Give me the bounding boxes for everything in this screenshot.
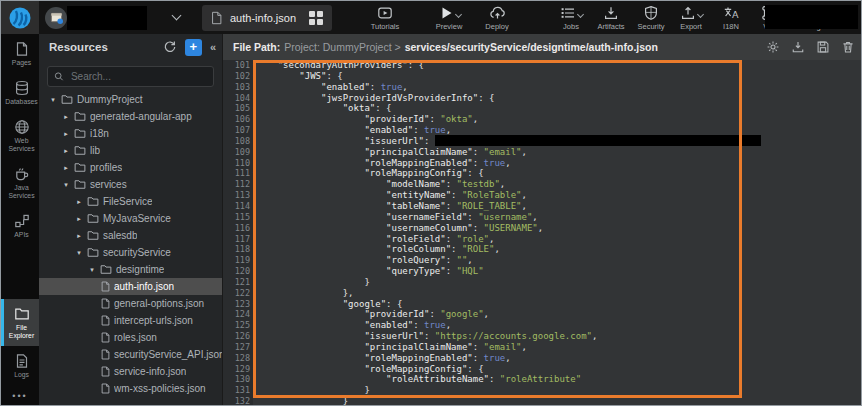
chevron-down-icon[interactable] — [454, 10, 461, 17]
rail-more-button[interactable]: ••• — [1, 385, 39, 406]
fold-marker-icon[interactable]: ▾ — [252, 93, 256, 104]
code-line-128[interactable]: 128 "roleMappingEnabled": true, — [223, 353, 862, 364]
code-line-105[interactable]: 105▾ "okta": { — [223, 103, 862, 114]
tree-file-intercept-urls.json[interactable]: intercept-urls.json — [39, 312, 222, 329]
caret-expanded-icon[interactable]: ▾ — [75, 249, 83, 257]
preview-button[interactable]: Preview — [432, 5, 466, 31]
tree-folder-profiles[interactable]: ▸profiles — [39, 159, 222, 176]
add-resource-button[interactable]: + — [185, 39, 202, 56]
tree-folder-securityService[interactable]: ▾securityService — [39, 244, 222, 261]
security-button[interactable]: Security — [634, 5, 668, 31]
code-line-114[interactable]: 114 "tableName": "ROLE_TABLE", — [223, 201, 862, 212]
artifacts-button[interactable]: Artifacts — [594, 5, 628, 31]
code-line-124[interactable]: 124 "providerId": "google", — [223, 309, 862, 320]
code-line-113[interactable]: 113 "entityName": "RoleTable", — [223, 190, 862, 201]
caret-expanded-icon[interactable]: ▾ — [88, 266, 96, 274]
sidebar-item-java-services[interactable]: Java Services — [1, 159, 39, 206]
tree-folder-generated-angular-app[interactable]: ▸generated-angular-app — [39, 108, 222, 125]
caret-collapsed-icon[interactable]: ▸ — [62, 113, 70, 121]
sidebar-item-pages[interactable]: Pages — [1, 34, 39, 73]
fold-marker-icon[interactable]: ▾ — [252, 364, 256, 375]
delete-file-button[interactable] — [841, 40, 855, 54]
code-line-129[interactable]: 129▾ "roleMappingConfig": { — [223, 364, 862, 375]
caret-collapsed-icon[interactable]: ▸ — [75, 198, 83, 206]
tree-folder-DummyProject[interactable]: ▾DummyProject — [39, 91, 222, 108]
tree-file-wm-xss-policies.json[interactable]: wm-xss-policies.json — [39, 380, 222, 397]
i18n-button[interactable]: A I18N — [714, 5, 748, 31]
code-line-123[interactable]: 123▾ "google": { — [223, 299, 862, 310]
code-line-109[interactable]: 109 "principalClaimName": "email", — [223, 147, 862, 158]
code-line-132[interactable]: 132 } — [223, 396, 862, 406]
grid-view-icon[interactable] — [309, 11, 323, 25]
code-line-120[interactable]: 120 "queryType": "HQL" — [223, 266, 862, 277]
chevron-down-icon[interactable] — [576, 10, 583, 17]
code-line-118[interactable]: 118 "roleColumn": "ROLE", — [223, 244, 862, 255]
collapse-panel-icon[interactable]: « — [210, 41, 216, 53]
fold-marker-icon[interactable]: ▾ — [252, 60, 256, 71]
save-file-button[interactable] — [816, 40, 830, 54]
code-line-102[interactable]: 102▾ "JWS": { — [223, 71, 862, 82]
fold-marker-icon[interactable]: ▾ — [252, 168, 256, 179]
caret-expanded-icon[interactable]: ▾ — [62, 181, 70, 189]
code-line-121[interactable]: 121 } — [223, 277, 862, 288]
code-line-112[interactable]: 112 "modelName": "testdb", — [223, 179, 862, 190]
tree-folder-salesdb[interactable]: ▸salesdb — [39, 227, 222, 244]
open-file-tab[interactable]: auth-info.json — [202, 5, 332, 31]
refresh-icon[interactable] — [163, 40, 177, 54]
fold-marker-icon[interactable]: ▾ — [252, 299, 256, 310]
code-line-119[interactable]: 119 "roleQuery": "", — [223, 255, 862, 266]
sidebar-item-databases[interactable]: Databases — [1, 73, 39, 112]
download-file-button[interactable] — [791, 40, 805, 54]
code-line-117[interactable]: 117 "roleField": "role", — [223, 234, 862, 245]
code-line-130[interactable]: 130 "roleAttributeName": "roleAttribute" — [223, 374, 862, 385]
code-line-111[interactable]: 111▾ "roleMappingConfig": { — [223, 168, 862, 179]
chevron-down-icon[interactable] — [696, 10, 703, 17]
search-input[interactable] — [69, 70, 207, 83]
sidebar-item-file-explorer[interactable]: File Explorer — [1, 299, 39, 346]
code-line-127[interactable]: 127 "principalClaimName": "email", — [223, 342, 862, 353]
tree-folder-services[interactable]: ▾services — [39, 176, 222, 193]
fold-marker-icon[interactable]: ▾ — [252, 103, 256, 114]
code-line-110[interactable]: 110 "roleMappingEnabled": true, — [223, 158, 862, 169]
resource-search[interactable] — [47, 66, 214, 87]
tree-file-general-options.json[interactable]: general-options.json — [39, 295, 222, 312]
code-line-101[interactable]: 101▾ "secondaryAuthProviders": { — [223, 60, 862, 71]
caret-collapsed-icon[interactable]: ▸ — [62, 130, 70, 138]
tree-folder-i18n[interactable]: ▸i18n — [39, 125, 222, 142]
code-line-104[interactable]: 104▾ "jwsProviderIdVsProviderInfo": { — [223, 93, 862, 104]
caret-collapsed-icon[interactable]: ▸ — [75, 215, 83, 223]
caret-collapsed-icon[interactable]: ▸ — [62, 147, 70, 155]
project-avatar[interactable] — [45, 7, 67, 29]
tree-file-auth-info.json[interactable]: auth-info.json — [39, 278, 222, 295]
code-line-125[interactable]: 125 "enabled": true, — [223, 320, 862, 331]
code-line-122[interactable]: 122 }, — [223, 288, 862, 299]
sidebar-item-web-services[interactable]: Web Services — [1, 112, 39, 159]
export-button[interactable]: Export — [674, 5, 708, 31]
code-area[interactable]: 101▾ "secondaryAuthProviders": {102▾ "JW… — [223, 60, 862, 406]
fold-marker-icon[interactable]: ▾ — [252, 71, 256, 82]
app-logo[interactable] — [1, 1, 39, 34]
code-line-131[interactable]: 131 } — [223, 385, 862, 396]
caret-expanded-icon[interactable]: ▾ — [49, 96, 57, 104]
code-line-103[interactable]: 103 "enabled": true, — [223, 82, 862, 93]
jobs-button[interactable]: Jobs — [554, 5, 588, 31]
tree-folder-designtime[interactable]: ▾designtime — [39, 261, 222, 278]
sidebar-item-logs[interactable]: Logs — [1, 346, 39, 385]
sidebar-item-apis[interactable]: APIs — [1, 206, 39, 245]
tree-file-service-info.json[interactable]: service-info.json — [39, 363, 222, 380]
code-line-106[interactable]: 106 "providerId": "okta", — [223, 114, 862, 125]
editor-settings-button[interactable] — [766, 40, 780, 54]
tree-file-securityService_API.json[interactable]: securityService_API.json — [39, 346, 222, 363]
caret-collapsed-icon[interactable]: ▸ — [62, 164, 70, 172]
caret-collapsed-icon[interactable]: ▸ — [75, 232, 83, 240]
tree-file-roles.json[interactable]: roles.json — [39, 329, 222, 346]
deploy-button[interactable]: Deploy — [480, 5, 514, 31]
code-line-126[interactable]: 126 "issuerUrl": "https://accounts.googl… — [223, 331, 862, 342]
code-line-116[interactable]: 116 "usernameColumn": "USERNAME", — [223, 223, 862, 234]
code-line-115[interactable]: 115 "usernameField": "username", — [223, 212, 862, 223]
tree-folder-MyJavaService[interactable]: ▸MyJavaService — [39, 210, 222, 227]
code-line-108[interactable]: 108 "issuerUrl": — [223, 136, 862, 147]
tree-folder-FileService[interactable]: ▸FileService — [39, 193, 222, 210]
tutorials-button[interactable]: Tutorials — [368, 5, 402, 31]
chevron-down-icon[interactable] — [172, 11, 182, 21]
